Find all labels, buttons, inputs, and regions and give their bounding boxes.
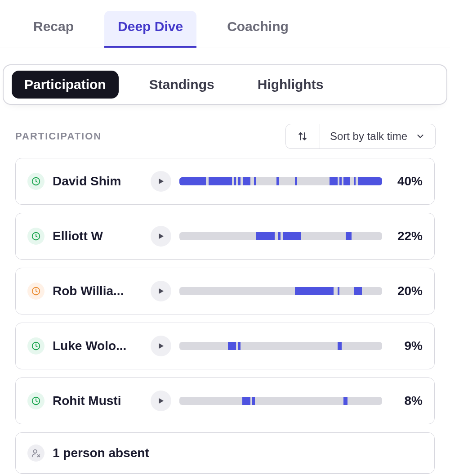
participant-name: Rohit Musti <box>53 394 143 408</box>
subtabs: Participation Standings Highlights <box>3 64 447 105</box>
talk-segment <box>358 177 382 185</box>
subtab-participation[interactable]: Participation <box>12 71 119 99</box>
participant-name: Rob Willia... <box>53 284 143 298</box>
subtab-standings[interactable]: Standings <box>137 71 227 99</box>
play-button[interactable] <box>151 226 171 247</box>
talk-segment <box>338 287 340 295</box>
talk-segment <box>179 177 206 185</box>
talk-segment <box>295 177 297 185</box>
talk-segment <box>276 177 279 185</box>
absent-row[interactable]: 1 person absent <box>15 432 435 474</box>
talk-segment <box>354 287 362 295</box>
talk-timeline[interactable] <box>179 342 382 350</box>
talk-segment <box>295 287 334 295</box>
participant-name: David Shim <box>53 174 143 189</box>
svg-marker-5 <box>159 288 164 294</box>
talk-segment <box>354 177 356 185</box>
talk-timeline[interactable] <box>179 232 382 240</box>
participant-name: Elliott W <box>53 229 143 243</box>
play-button[interactable] <box>151 171 171 192</box>
clock-icon <box>31 341 41 351</box>
talk-segment <box>339 177 342 185</box>
talk-segment <box>242 397 250 405</box>
talk-timeline[interactable] <box>179 397 382 405</box>
clock-icon <box>31 286 41 296</box>
talk-segment <box>343 177 350 185</box>
play-icon <box>157 177 165 185</box>
sort-arrows-icon <box>297 130 308 142</box>
clock-icon <box>31 396 41 406</box>
talk-segment <box>238 342 241 350</box>
svg-marker-3 <box>159 234 164 239</box>
sort-direction-button[interactable] <box>286 124 320 148</box>
play-icon <box>157 232 165 240</box>
participant-list: David Shim40%Elliott W22%Rob Willia...20… <box>0 158 450 476</box>
participant-row[interactable]: Elliott W22% <box>15 213 435 260</box>
participant-row[interactable]: Luke Wolo...9% <box>15 323 435 369</box>
svg-marker-1 <box>159 179 164 184</box>
absent-text: 1 person absent <box>53 446 149 460</box>
svg-point-10 <box>34 450 37 453</box>
talk-percentage: 9% <box>390 339 423 353</box>
talk-timeline[interactable] <box>179 287 382 295</box>
talk-segment <box>256 232 275 240</box>
status-indicator <box>27 392 45 409</box>
tab-deep-dive[interactable]: Deep Dive <box>104 11 196 48</box>
talk-segment <box>252 397 254 405</box>
talk-segment <box>330 177 338 185</box>
talk-segment <box>343 397 348 405</box>
talk-segment <box>209 177 232 185</box>
talk-percentage: 22% <box>390 229 423 243</box>
play-button[interactable] <box>151 391 171 411</box>
chevron-down-icon <box>415 131 425 141</box>
absent-indicator <box>27 445 45 462</box>
talk-segment <box>254 177 256 185</box>
svg-marker-9 <box>159 398 164 404</box>
sort-label: Sort by talk time <box>330 130 407 143</box>
status-indicator <box>27 173 45 190</box>
tab-recap[interactable]: Recap <box>20 11 87 48</box>
play-icon <box>157 342 165 350</box>
talk-segment <box>243 177 250 185</box>
sort-dropdown[interactable]: Sort by talk time <box>320 124 435 148</box>
talk-segment <box>234 177 236 185</box>
play-icon <box>157 287 165 295</box>
talk-segment <box>278 232 281 240</box>
talk-segment <box>283 232 301 240</box>
status-indicator <box>27 337 45 355</box>
participant-row[interactable]: Rohit Musti8% <box>15 377 435 424</box>
play-icon <box>157 397 165 405</box>
talk-timeline[interactable] <box>179 177 382 185</box>
talk-percentage: 20% <box>390 284 423 298</box>
participant-name: Luke Wolo... <box>53 339 143 353</box>
sort-controls: Sort by talk time <box>285 124 436 149</box>
status-indicator <box>27 228 45 245</box>
participant-row[interactable]: David Shim40% <box>15 158 435 205</box>
tab-coaching[interactable]: Coaching <box>214 11 302 48</box>
clock-icon <box>31 176 41 186</box>
svg-marker-7 <box>159 343 164 349</box>
talk-segment <box>228 342 236 350</box>
play-button[interactable] <box>151 336 171 356</box>
status-indicator <box>27 283 45 300</box>
talk-percentage: 8% <box>390 394 423 408</box>
talk-segment <box>346 232 352 240</box>
subtab-highlights[interactable]: Highlights <box>245 71 336 99</box>
section-title: PARTICIPATION <box>15 130 102 142</box>
participant-row[interactable]: Rob Willia...20% <box>15 268 435 314</box>
talk-segment <box>338 342 342 350</box>
play-button[interactable] <box>151 281 171 301</box>
top-tabs: Recap Deep Dive Coaching <box>0 0 450 48</box>
person-absent-icon <box>31 448 41 458</box>
clock-icon <box>31 231 41 241</box>
talk-percentage: 40% <box>390 174 423 189</box>
talk-segment <box>238 177 241 185</box>
